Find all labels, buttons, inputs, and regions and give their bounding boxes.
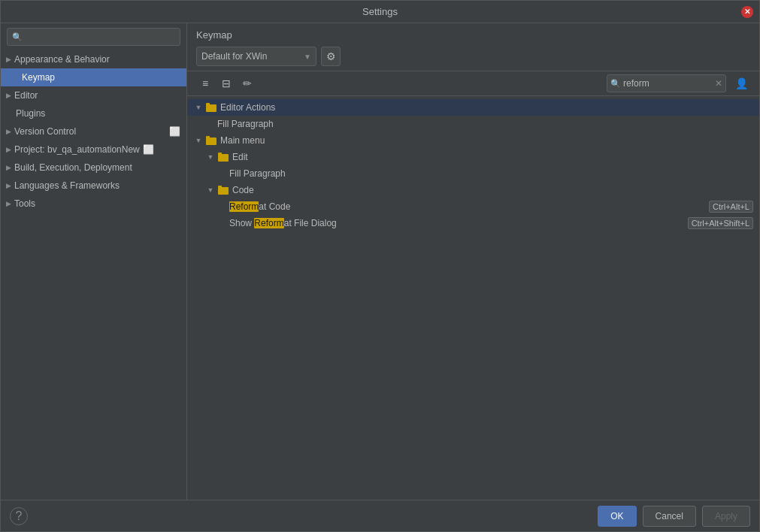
bottom-bar: ? OK Cancel Apply: [1, 500, 759, 531]
tree-row[interactable]: Fill Paragraph: [187, 116, 759, 132]
sidebar-item-label: Plugins: [16, 108, 45, 119]
tree-item-label: Reformat Code: [229, 201, 290, 212]
tree-row[interactable]: Show Reformat File Dialog Ctrl+Alt+Shift…: [187, 215, 759, 231]
main-panel: Keymap Default for XWin ▼ ⚙ ≡: [187, 23, 759, 500]
svg-rect-5: [218, 154, 229, 162]
tree-item-label: Show Reformat File Dialog: [229, 218, 337, 228]
search-icon: 🔍: [12, 32, 23, 42]
sidebar-item-tools[interactable]: ▶ Tools: [1, 195, 186, 213]
sidebar-item-keymap[interactable]: Keymap: [1, 68, 186, 86]
tree-group-label: Edit: [232, 152, 753, 162]
sidebar-item-editor[interactable]: ▶ Editor: [1, 86, 186, 104]
sidebar-item-label: Appearance & Behavior: [14, 54, 110, 65]
folder-icon: [205, 102, 217, 113]
search-area: 🔍 ✕ 👤: [607, 74, 750, 92]
search-input[interactable]: [623, 78, 713, 89]
svg-rect-7: [218, 187, 229, 195]
sidebar-item-label: Languages & Frameworks: [14, 180, 120, 191]
shortcut-badge: Ctrl+Alt+L: [709, 201, 753, 213]
find-usages-button[interactable]: 👤: [732, 74, 750, 92]
expand-arrow-icon: ▶: [4, 181, 13, 190]
pencil-icon: ✏: [243, 77, 252, 89]
svg-rect-3: [206, 138, 216, 145]
search-box[interactable]: 🔍 ✕: [607, 74, 726, 92]
expand-arrow-icon: ▶: [4, 163, 13, 172]
dialog-title: Settings: [362, 6, 398, 17]
keymap-dropdown[interactable]: Default for XWin ▼: [196, 47, 316, 66]
sidebar-item-label: Keymap: [22, 72, 55, 83]
keymap-header: Keymap Default for XWin ▼ ⚙: [187, 23, 759, 71]
find-icon: 👤: [735, 77, 748, 89]
help-button[interactable]: ?: [10, 507, 28, 525]
gear-icon: ⚙: [326, 50, 336, 62]
tree-item-label: Fill Paragraph: [229, 168, 753, 179]
keymap-dropdown-label: Default for XWin: [201, 51, 267, 62]
svg-rect-4: [206, 136, 210, 138]
sidebar-item-label: Editor: [14, 90, 38, 101]
close-button[interactable]: ✕: [741, 6, 753, 18]
expand-arrow-icon: ▼: [193, 135, 204, 146]
chevron-down-icon: ▼: [304, 53, 311, 61]
clear-search-icon[interactable]: ✕: [715, 78, 722, 89]
edit-shortcut-button[interactable]: ✏: [238, 74, 256, 92]
tree-group-label: Editor Actions: [220, 102, 753, 113]
sidebar: 🔍 ▶ Appearance & Behavior Keymap ▶ Edito…: [1, 23, 187, 500]
sidebar-item-appearance-behavior[interactable]: ▶ Appearance & Behavior: [1, 50, 186, 68]
question-mark-icon: ?: [16, 509, 23, 523]
folder-icon: [205, 135, 217, 146]
search-highlight: Reform: [229, 201, 259, 212]
tree-row[interactable]: ▼ Main menu: [187, 132, 759, 149]
settings-dialog: Settings ✕ 🔍 ▶ Appearance & Behavior Key…: [0, 0, 760, 532]
sidebar-item-languages[interactable]: ▶ Languages & Frameworks: [1, 177, 186, 195]
tree-row[interactable]: ▼ Edit: [187, 149, 759, 165]
sidebar-item-label: Version Control: [14, 126, 76, 137]
expand-all-icon: ≡: [202, 77, 208, 89]
apply-button[interactable]: Apply: [702, 506, 750, 527]
expand-arrow-icon: ▶: [4, 145, 13, 154]
sidebar-item-build-execution[interactable]: ▶ Build, Execution, Deployment: [1, 159, 186, 177]
sidebar-item-label: Tools: [14, 198, 35, 209]
shortcut-badge: Ctrl+Alt+Shift+L: [688, 217, 753, 229]
sidebar-item-label: Build, Execution, Deployment: [14, 162, 132, 173]
svg-rect-8: [218, 186, 222, 188]
sidebar-item-label: Project: bv_qa_automationNew: [14, 144, 140, 155]
expand-arrow-icon: ▶: [4, 55, 13, 64]
title-bar: Settings ✕: [1, 1, 759, 23]
tree-group-label: Code: [232, 185, 753, 195]
sidebar-search-input[interactable]: [26, 32, 175, 42]
collapse-all-icon: ⊟: [222, 77, 231, 89]
keymap-section-title: Keymap: [196, 29, 750, 41]
search-highlight: Reform: [254, 218, 283, 228]
sidebar-item-version-control[interactable]: ▶ Version Control ⬜: [1, 122, 186, 141]
cancel-button[interactable]: Cancel: [643, 506, 696, 527]
sidebar-item-project[interactable]: ▶ Project: bv_qa_automationNew ⬜: [1, 141, 186, 159]
keymap-toolbar: ≡ ⊟ ✏ 🔍 ✕ 👤: [187, 71, 759, 96]
expand-arrow-icon: ▶: [4, 199, 13, 208]
expand-arrow-icon: ▶: [4, 91, 13, 100]
tree-row[interactable]: ▼ Editor Actions: [187, 99, 759, 116]
tree-item-label: Fill Paragraph: [217, 119, 753, 129]
svg-rect-6: [218, 153, 222, 155]
expand-arrow-icon: ▼: [205, 152, 216, 162]
tree-group-label: Main menu: [220, 135, 753, 146]
tree-area: ▼ Editor Actions Fill Paragraph: [187, 96, 759, 500]
toolbar-left: ≡ ⊟ ✏: [196, 74, 256, 92]
expand-arrow-icon: ▼: [205, 185, 216, 195]
expand-arrow-icon: ▼: [193, 102, 204, 113]
tree-row[interactable]: Fill Paragraph: [187, 165, 759, 182]
gear-button[interactable]: ⚙: [321, 47, 341, 66]
collapse-all-button[interactable]: ⊟: [217, 74, 235, 92]
sidebar-search[interactable]: 🔍: [7, 28, 180, 46]
content-area: 🔍 ▶ Appearance & Behavior Keymap ▶ Edito…: [1, 23, 759, 500]
tree-row[interactable]: Reformat Code Ctrl+Alt+L: [187, 198, 759, 215]
vcs-icon: ⬜: [169, 126, 180, 137]
svg-rect-2: [206, 103, 210, 105]
tree-row[interactable]: ▼ Code: [187, 182, 759, 198]
expand-arrow-icon: ▶: [4, 127, 13, 136]
folder-icon: [217, 185, 229, 195]
search-magnifier-icon: 🔍: [610, 79, 621, 89]
ok-button[interactable]: OK: [598, 506, 636, 527]
sidebar-item-plugins[interactable]: Plugins: [1, 104, 186, 122]
expand-all-button[interactable]: ≡: [196, 74, 214, 92]
folder-icon: [217, 152, 229, 162]
